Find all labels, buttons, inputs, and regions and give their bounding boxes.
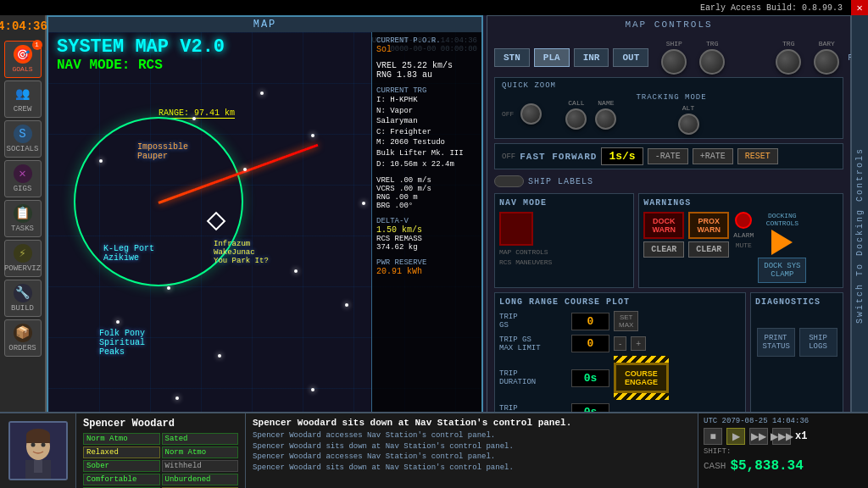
- rng-value: RNG 1.83 au: [376, 70, 477, 80]
- call-knob[interactable]: [565, 108, 587, 130]
- clear-btn-2[interactable]: CLEAR: [688, 241, 729, 258]
- star-3: [362, 202, 365, 205]
- pla-button[interactable]: PLA: [534, 48, 570, 67]
- alt-label: ALT: [682, 104, 694, 112]
- ship-knob-container: SHIP: [661, 40, 687, 75]
- name-knob[interactable]: [595, 108, 616, 130]
- sidebar-item-goals[interactable]: 🎯 GOALS 1: [4, 41, 42, 78]
- diag-title: DIAGNOSTICS: [755, 297, 838, 307]
- warnings-inner: DOCKWARN CLEAR PROXWARN CLEAR ALARM MUTE…: [643, 212, 838, 283]
- ship-knob[interactable]: [661, 49, 687, 75]
- sidebar-item-gigs[interactable]: ✕ GIGS: [4, 160, 42, 197]
- call-knob-container: CALL: [565, 99, 587, 130]
- stop-btn[interactable]: ■: [704, 428, 722, 445]
- sidebar-item-powerviz[interactable]: ⚡ POWERVIZ: [4, 240, 42, 277]
- map-controls-title: MAP CONTROLS: [625, 19, 712, 30]
- play-btn[interactable]: ▶: [726, 428, 745, 445]
- trip-gs-max-row: TRIP GSMAX LIMIT 0 - +: [499, 335, 741, 352]
- char-stat-1: Sated: [162, 433, 239, 445]
- very-fast-fwd-btn[interactable]: ▶▶▶: [772, 428, 791, 445]
- lr-minus-btn[interactable]: -: [614, 336, 626, 351]
- tracking-knobs: ALT: [678, 104, 699, 135]
- trg-knob[interactable]: [699, 49, 725, 75]
- docking-controls-area: DOCKINGCONTROLS DOCK SYSCLAMP: [758, 212, 806, 283]
- clear-btn-1[interactable]: CLEAR: [643, 241, 684, 258]
- dock-warn-btn[interactable]: DOCKWARN: [643, 212, 684, 239]
- map-title-bar: MAP: [48, 17, 481, 32]
- trip-duration-value: 0s: [571, 369, 609, 387]
- nav-mode-indicator: [499, 212, 533, 246]
- fast-fwd-btn[interactable]: ▶▶: [749, 428, 768, 445]
- nav-mode-display: NAV MODE: RCS: [57, 58, 225, 73]
- vrel-value: VREL 25.22 km/s: [376, 61, 477, 70]
- print-status-btn[interactable]: PRINTSTATUS: [757, 328, 795, 357]
- char-stat-2: Relaxed: [83, 446, 160, 458]
- speed-display: x1: [795, 430, 807, 442]
- trip-duration-row: TRIPDURATION 0s COURSEENGAGE: [499, 356, 741, 400]
- event-log-panel: Spencer Woodard sits down at Nav Station…: [246, 413, 698, 488]
- sidebar-item-build[interactable]: 🔧 BUILD: [4, 280, 42, 317]
- ship-logs-btn[interactable]: SHIPLOGS: [799, 328, 837, 357]
- delta-v-section: DELTA-V 1.50 km/s RCS REMASS 374.62 kg: [376, 217, 477, 252]
- playback-controls: ■ ▶ ▶▶ ▶▶▶ x1: [704, 428, 863, 445]
- diag-buttons: PRINTSTATUS SHIPLOGS: [755, 328, 838, 357]
- nav-mode-title: NAV MODE: [499, 198, 629, 208]
- char-stat-5: Withheld: [162, 460, 239, 472]
- docking-play-btn[interactable]: [771, 230, 793, 255]
- star-10: [311, 388, 314, 391]
- star-2: [311, 134, 314, 137]
- trg2-knob[interactable]: [776, 49, 801, 75]
- star-6: [218, 354, 221, 358]
- top-build-bar: Early Access Build: 0.8.99.3 ✕: [0, 0, 868, 15]
- alarm-mute: ALARM MUTE: [733, 212, 754, 249]
- vcrs: VCRS .00 m/s: [376, 185, 477, 193]
- orders-icon: 📦: [14, 324, 32, 342]
- reset-btn[interactable]: RESET: [737, 148, 778, 164]
- zoom-knob[interactable]: [520, 103, 542, 125]
- goals-label: GOALS: [12, 65, 32, 73]
- lr-plus-btn[interactable]: +: [631, 336, 646, 351]
- sidebar-item-tasks[interactable]: 📋 TASKS: [4, 200, 42, 237]
- ff-off-label: OFF: [502, 152, 515, 161]
- pwr-reserve-section: PWR RESERVE 20.91 kWh: [376, 258, 477, 276]
- bary-knob[interactable]: [814, 49, 839, 75]
- dock-sys-clamp-btn[interactable]: DOCK SYSCLAMP: [758, 258, 806, 283]
- stn-button[interactable]: STN: [494, 48, 530, 67]
- alarm-label: ALARM: [733, 231, 754, 239]
- prox-warn-btn[interactable]: PROXWARN: [688, 212, 729, 239]
- close-button[interactable]: ✕: [851, 0, 868, 15]
- rng2: RNG .00 m: [376, 193, 477, 202]
- time-display: 4:04:36: [0, 19, 47, 34]
- bary-knob-container: BARY: [814, 40, 839, 75]
- event-line-1: Spencer Woodard sits down at Nav Station…: [253, 441, 691, 452]
- minus-rate-btn[interactable]: -RATE: [648, 148, 688, 164]
- character-name: Spencer Woodard: [83, 418, 238, 430]
- pwr-label: PWR RESERVE: [376, 258, 477, 267]
- shift-label: SHIFT:: [704, 447, 731, 456]
- ship-knob-label: SHIP: [666, 40, 682, 47]
- remass-value: 374.62 kg: [376, 243, 477, 252]
- cash-label: CASH: [704, 461, 726, 471]
- vrel2: VREL .00 m/s: [376, 176, 477, 185]
- rcs-maneuvers-label: RCS MANEUVERS: [499, 258, 629, 266]
- ff-value-display: 1s/s: [601, 147, 643, 165]
- inr-button[interactable]: INR: [574, 48, 609, 67]
- course-engage-btn[interactable]: COURSEENGAGE: [614, 363, 669, 393]
- call-name-knobs: CALL NAME: [565, 99, 616, 130]
- long-range-section: LONG RANGE COURSE PLOT TRIPGS 0 SETMAX T…: [494, 292, 746, 430]
- ship-labels-text: SHIP LABELS: [528, 177, 593, 186]
- ship-labels-toggle[interactable]: [494, 175, 524, 187]
- sidebar-item-crew[interactable]: 👥 CREW: [4, 80, 42, 118]
- switch-docking-label: Switch To Docking Controls: [855, 147, 865, 324]
- map-controls-header: MAP CONTROLS: [487, 16, 850, 37]
- alt-knob[interactable]: [678, 114, 699, 135]
- event-line-3: Spencer Woodard sits down at Nav Station…: [253, 463, 691, 474]
- out-button[interactable]: OUT: [613, 48, 648, 67]
- set-max-btn[interactable]: SETMAX: [614, 311, 638, 331]
- map-canvas[interactable]: SYSTEM MAP V2.0 NAV MODE: RCS UTC 2079-0…: [48, 32, 481, 451]
- sidebar-item-orders[interactable]: 📦 ORDERS: [4, 319, 42, 357]
- svg-rect-3: [26, 435, 50, 443]
- plus-rate-btn[interactable]: +RATE: [693, 148, 733, 164]
- right-control-panel: MAP CONTROLS STN PLA INR OUT SHIP TRG TR…: [487, 15, 851, 456]
- sidebar-item-socials[interactable]: S SOCIALS: [4, 120, 42, 158]
